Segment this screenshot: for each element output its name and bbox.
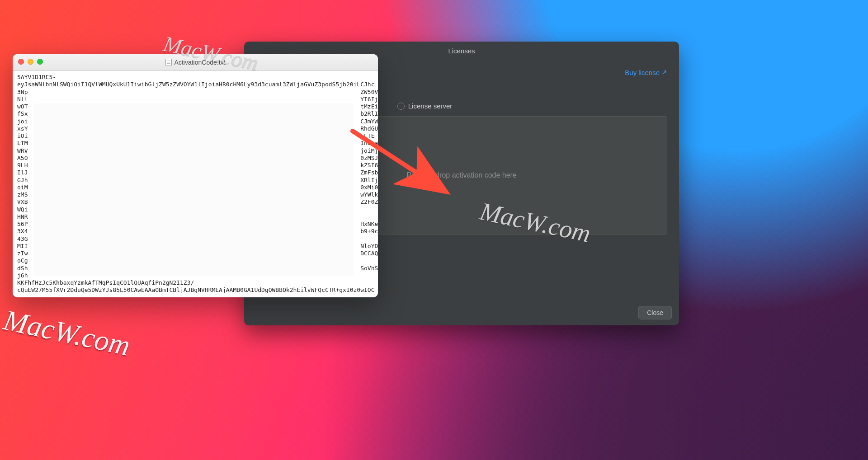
- buy-license-link[interactable]: Buy license ↗: [625, 68, 667, 76]
- buy-license-label: Buy license: [625, 69, 660, 76]
- textedit-filename: ActivationCode.txt: [175, 59, 226, 66]
- code-line: 3Np ZW50VX: [17, 89, 373, 96]
- window-controls: [18, 59, 43, 65]
- radio-dot-icon: [397, 103, 405, 110]
- window-minimize-icon[interactable]: [28, 59, 33, 65]
- radio-server-label: License server: [408, 102, 453, 110]
- code-line: Nll YI6IjI: [17, 96, 373, 103]
- window-close-icon[interactable]: [18, 59, 24, 65]
- close-button[interactable]: Close: [638, 306, 672, 319]
- code-line: cQuEW27M55fXVr2DduQe5DWzYJs85L50CAwEAAaO…: [17, 286, 373, 294]
- textedit-title: ActivationCode.txt: [165, 59, 226, 66]
- blur-overlay: [33, 103, 354, 276]
- textedit-document-area[interactable]: 5AYV1D1RE5-eyJsaWNlbnNlSWQiOiI1QVlWMUQxU…: [13, 71, 378, 297]
- code-line: 5AYV1D1RE5-: [17, 74, 373, 81]
- window-zoom-icon[interactable]: [37, 59, 43, 65]
- document-icon: [165, 59, 172, 66]
- licenses-footer: Close: [638, 306, 672, 319]
- code-line: KKFhfHzJc5KhbaxqYzmkAfTMqPsIqCQ1lQUAqfiP…: [17, 279, 373, 286]
- textedit-titlebar[interactable]: ActivationCode.txt: [13, 54, 378, 71]
- licenses-title: Licenses: [448, 47, 475, 55]
- radio-license-server[interactable]: License server: [397, 102, 453, 110]
- code-line: eyJsaWNlbnNlSWQiOiI1QVlWMUQxUkU1IiwibGlj…: [17, 81, 373, 88]
- dropzone-placeholder: Paste or drop activation code here: [406, 171, 517, 179]
- external-link-icon: ↗: [661, 68, 667, 76]
- textedit-window: ActivationCode.txt 5AYV1D1RE5-eyJsaWNlbn…: [13, 54, 378, 297]
